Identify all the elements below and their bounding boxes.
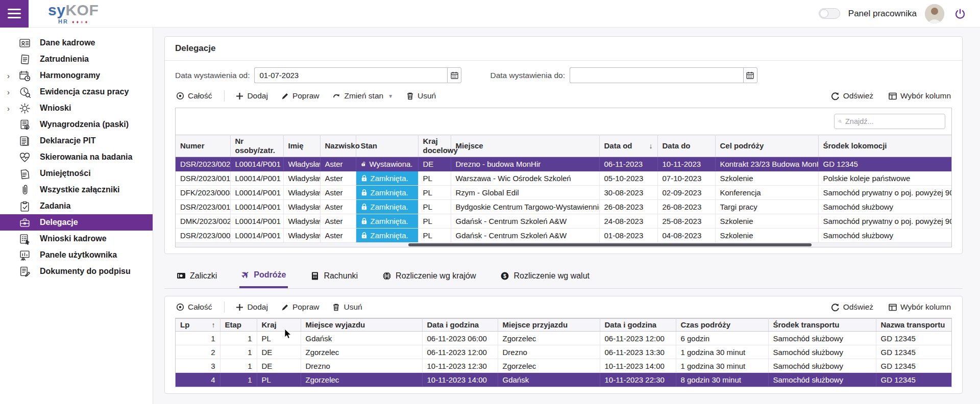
search-input[interactable] [845,117,941,125]
table-row[interactable]: DMK/2023/0020L00014/P001WładysławAsterZa… [176,214,951,229]
date-to-input[interactable] [570,67,743,83]
cell-imie: Władysław [283,229,320,243]
cell-przyjazd: Zgorzelec [498,332,600,345]
sidebar-item-skierowania-na-badania[interactable]: Skierowania na badania [0,149,153,165]
chevron-right-icon[interactable]: › [7,104,10,113]
sidebar-item-delegacje[interactable]: Delegacje [0,214,153,231]
logout-power-button[interactable] [952,6,968,21]
trips-edit-button[interactable]: Popraw [280,300,321,314]
cell-numer: DFK/2023/0008 [176,186,230,200]
sidebar-item-zadania[interactable]: Zadania [0,198,153,214]
sidebar-item-ewidencja-czasu-pracy[interactable]: ›Ewidencja czasu pracy [0,84,153,100]
tab-zaliczki[interactable]: Zaliczki [175,267,219,288]
cell-miejsce: Warszawa - Wic Ośrodek Szkoleń [451,171,599,186]
sidebar-item-deklaracje-pit[interactable]: Deklaracje PIT [0,133,153,149]
column-header-wyjazd[interactable]: Miejsce wyjazdu [301,319,422,332]
sidebar-item-dokumenty-do-podpisu[interactable]: Dokumenty do podpisu [0,263,153,280]
date-from-label: Data wystawienia od: [175,71,250,80]
sidebar-item-umiejętności[interactable]: Umiejętności [0,165,153,182]
column-chooser-button[interactable]: Wybór kolumn [888,89,952,103]
column-header-numer[interactable]: Numer [176,135,230,157]
tab-rachunki[interactable]: Rachunki [308,267,360,288]
form-cursor-icon [18,233,31,245]
trips-delete-button[interactable]: Usuń [331,300,363,314]
sidebar-item-wnioski-kadrowe[interactable]: Wnioski kadrowe [0,231,153,247]
trips-column-chooser-button[interactable]: Wybór kolumn [888,300,952,314]
column-header-srodek[interactable]: Środek lokomocji [818,135,951,157]
column-header-imie[interactable]: Imię [283,135,320,157]
column-header-data1[interactable]: Data i godzina [422,319,498,332]
column-header-lp[interactable]: Lp↑ [176,319,220,332]
table-row[interactable]: 21DEZgorzelec06-11-2023 12:00Drezno06-11… [176,345,951,359]
column-header-etap[interactable]: Etap [220,319,257,332]
date-from-input[interactable] [254,67,447,83]
sidebar-item-panele-użytkownika[interactable]: Panele użytkownika [0,247,153,263]
scrollbar-thumb[interactable] [408,243,812,246]
avatar-image [925,4,944,23]
column-header-stan[interactable]: Stan [356,135,418,157]
cell-kraj: PL [418,229,451,243]
cell-data_do: 25-08-2023 [657,214,715,229]
search-field[interactable] [834,114,945,129]
scope-all-button[interactable]: Całość [175,89,213,103]
column-header-miejsce[interactable]: Miejsce [451,135,599,157]
date-from-calendar-button[interactable] [447,67,461,83]
cell-lp: 3 [176,359,220,373]
sidebar-item-zatrudnienia[interactable]: Zatrudnienia [0,51,153,67]
user-avatar[interactable] [925,4,944,23]
column-header-cel[interactable]: Cel podróży [715,135,818,157]
column-header-kraj[interactable]: Kraj docelowy [418,135,451,157]
column-header-data_do[interactable]: Data do [657,135,715,157]
column-header-nazwisko[interactable]: Nazwisko [320,135,356,157]
table-row[interactable]: DSR/2023/0024L00014/P001WładysławAsterWy… [176,157,951,171]
table-row[interactable]: 11PLGdańsk06-11-2023 06:00Zgorzelec06-11… [176,332,951,345]
panel-pracownika-toggle[interactable] [819,8,840,19]
table-row[interactable]: DSR/2023/0018L00014/P001WładysławAsterZa… [176,171,951,186]
status-cell: Zamknięta. [356,186,418,200]
lock-closed-icon [361,175,367,182]
trips-scope-all-button[interactable]: Całość [175,300,213,314]
column-header-nr_osoby[interactable]: Nr osoby/zatr. [230,135,283,157]
column-header-kraj[interactable]: Kraj [257,319,301,332]
chevron-right-icon[interactable]: › [7,88,10,96]
sidebar-item-label: Dane kadrowe [40,38,95,47]
heart-pulse-icon [18,151,31,163]
tab-podróże[interactable]: ✈Podróże [239,264,288,288]
refresh-button[interactable]: Odśwież [830,89,874,103]
chevron-right-icon[interactable]: › [7,71,10,80]
horizontal-scrollbar[interactable] [176,243,951,247]
edit-button[interactable]: Popraw [280,89,321,103]
column-header-srodek[interactable]: Środek transportu [768,319,876,332]
sidebar-item-wnioski[interactable]: ›Wnioski [0,100,153,116]
add-button[interactable]: Dodaj [235,89,269,103]
cell-wyjazd: Gdańsk [301,332,422,345]
plane-icon: ✈ [239,268,253,282]
column-header-czas[interactable]: Czas podróży [676,319,768,332]
sidebar-item-harmonogramy[interactable]: ›Harmonogramy [0,67,153,84]
delete-button[interactable]: Usuń [405,89,437,103]
trips-refresh-button[interactable]: Odśwież [830,300,874,314]
column-header-data_od[interactable]: Data od↓ [599,135,657,157]
table-row[interactable]: 41PLZgorzelec10-11-2023 14:00Gdańsk10-11… [176,373,951,387]
column-header-data2[interactable]: Data i godzina [600,319,676,332]
cell-lp: 2 [176,345,220,359]
tab-rozliczenie-wg-krajów[interactable]: Rozliczenie wg krajów [380,267,478,288]
column-header-nazwa[interactable]: Nazwa transportu [876,319,951,332]
detail-tabs: Zaliczki✈PodróżeRachunkiRozliczenie wg k… [164,264,963,289]
tab-rozliczenie-wg-walut[interactable]: $Rozliczenie wg walut [498,267,592,288]
sidebar-item-wynagrodzenia-paski-[interactable]: Wynagrodzenia (paski) [0,116,153,133]
sidebar-item-wszystkie-załączniki[interactable]: Wszystkie załączniki [0,182,153,198]
cell-przyjazd: Drezno [498,345,600,359]
table-row[interactable]: DSR/2023/0002L00014/P001WładysławAsterZa… [176,229,951,243]
table-row[interactable]: DSR/2023/0019L00014/P001WładysławAsterZa… [176,200,951,214]
change-state-button[interactable]: Zmień stan ▼ [331,89,394,103]
table-row[interactable]: DFK/2023/0008L00014/P001WładysławAsterZa… [176,186,951,200]
cell-srodek: Samochód służbowy [768,332,876,345]
menu-hamburger-button[interactable] [0,0,29,28]
date-to-calendar-button[interactable] [743,67,757,83]
status-cell: Zamknięta. [356,200,418,214]
sidebar-item-dane-kadrowe[interactable]: Dane kadrowe [0,35,153,51]
trips-add-button[interactable]: Dodaj [235,300,269,314]
table-row[interactable]: 31DEDrezno10-11-2023 12:30Zgorzelec10-11… [176,359,951,373]
column-header-przyjazd[interactable]: Miejsce przyjazdu [498,319,600,332]
